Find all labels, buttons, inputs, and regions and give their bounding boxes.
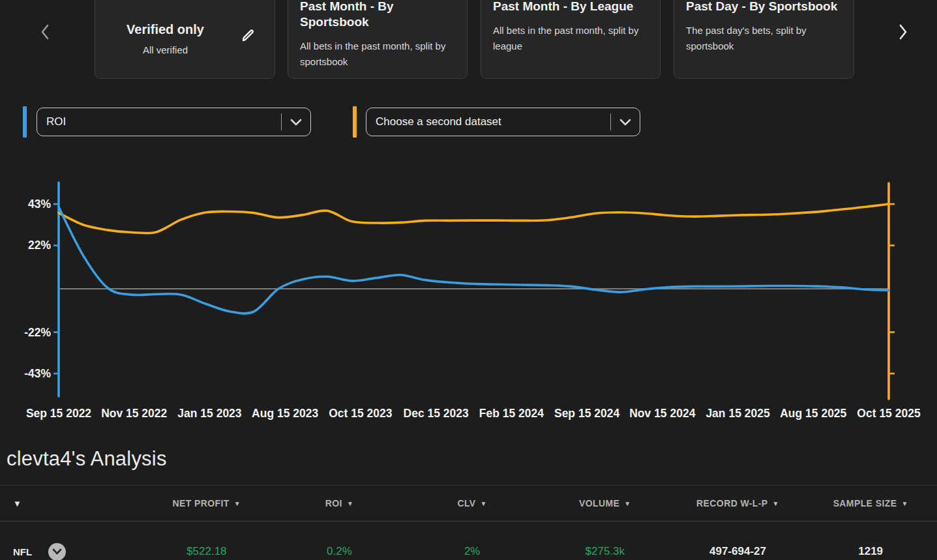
svg-text:Oct 15 2023: Oct 15 2023: [329, 407, 393, 420]
chevron-down-icon: [611, 119, 640, 126]
sample-size-value: 1219: [804, 545, 937, 558]
column-header-roi[interactable]: ROI▼: [273, 498, 406, 508]
svg-text:22%: 22%: [28, 239, 51, 252]
chevron-right-icon: [898, 23, 908, 42]
primary-dataset-value: ROI: [37, 115, 281, 128]
edit-preset-button[interactable]: [235, 23, 260, 50]
svg-text:Oct 15 2025: Oct 15 2025: [857, 407, 921, 420]
sort-icon: ▼: [347, 500, 353, 507]
carousel-next-button[interactable]: [892, 22, 914, 44]
svg-text:Jan 15 2023: Jan 15 2023: [177, 407, 242, 420]
column-header-volume[interactable]: VOLUME▼: [539, 498, 672, 508]
preset-title: Verified only: [95, 22, 235, 37]
svg-text:Feb 15 2024: Feb 15 2024: [479, 407, 544, 420]
carousel-prev-button[interactable]: [34, 22, 56, 44]
filter-triangle-icon: ▼: [13, 499, 22, 508]
preset-title: Past Month - By League: [493, 0, 648, 14]
expand-row-button[interactable]: [48, 543, 66, 560]
record-value: 497-694-27: [672, 545, 805, 558]
preset-card-past-month-league[interactable]: Past Month - By League All bets in the p…: [481, 0, 661, 79]
svg-text:Sep 15 2022: Sep 15 2022: [26, 407, 91, 420]
preset-description: All bets in the past month, split by spo…: [300, 38, 455, 70]
analysis-title: clevta4's Analysis: [7, 447, 167, 471]
secondary-dataset-select[interactable]: Choose a second dataset: [366, 108, 640, 136]
chevron-left-icon: [40, 23, 50, 42]
chevron-down-circle-icon: [52, 547, 62, 557]
svg-text:Jan 15 2025: Jan 15 2025: [706, 407, 770, 420]
primary-dataset-accent-bar: [23, 106, 27, 138]
svg-text:Dec 15 2023: Dec 15 2023: [404, 407, 469, 420]
column-header-net-profit[interactable]: NET PROFIT▼: [140, 498, 273, 508]
svg-text:-22%: -22%: [24, 326, 51, 339]
sort-icon: ▼: [773, 500, 779, 507]
svg-text:-43%: -43%: [24, 367, 51, 380]
analysis-table-header: ▼ NET PROFIT▼ ROI▼ CLV▼ VOLUME▼ RECORD W…: [0, 485, 937, 522]
preset-card-verified-only[interactable]: Verified only All verified: [95, 0, 275, 79]
roi-line-chart: 43%22%-22%-43%Sep 15 2022Nov 15 2022Jan …: [0, 176, 937, 430]
betting-analytics-dashboard: Verified only All verified Past Month - …: [0, 0, 937, 560]
sort-icon: ▼: [481, 500, 487, 507]
preset-subtitle: All verified: [95, 44, 235, 55]
primary-dataset-select[interactable]: ROI: [37, 108, 311, 136]
svg-text:Nov 15 2024: Nov 15 2024: [629, 407, 695, 420]
column-header-record[interactable]: RECORD W-L-P▼: [672, 498, 805, 508]
svg-text:43%: 43%: [28, 198, 51, 211]
column-header-sample-size[interactable]: SAMPLE SIZE▼: [804, 498, 937, 508]
roi-value: 0.2%: [273, 545, 406, 558]
secondary-dataset-accent-bar: [353, 106, 357, 138]
league-filter-button[interactable]: ▼: [0, 499, 140, 508]
preset-title: Past Month - By Sportsbook: [300, 0, 455, 30]
svg-text:Sep 15 2024: Sep 15 2024: [554, 407, 619, 420]
sort-icon: ▼: [901, 500, 908, 507]
svg-text:Aug 15 2025: Aug 15 2025: [780, 407, 846, 420]
pencil-icon: [239, 36, 256, 46]
svg-text:Aug 15 2023: Aug 15 2023: [252, 407, 318, 420]
chevron-down-icon: [282, 119, 310, 126]
preset-card-past-month-sportsbook[interactable]: Past Month - By Sportsbook All bets in t…: [288, 0, 468, 79]
clv-value: 2%: [406, 545, 539, 558]
analysis-table: ▼ NET PROFIT▼ ROI▼ CLV▼ VOLUME▼ RECORD W…: [0, 485, 937, 560]
net-profit-value: $522.18: [140, 545, 273, 558]
preset-title: Past Day - By Sportsbook: [686, 0, 842, 14]
sort-icon: ▼: [234, 500, 241, 507]
preset-description: The past day's bets, split by sportsbook: [686, 23, 842, 54]
preset-description: All bets in the past month, split by lea…: [493, 23, 648, 54]
preset-card-past-day-sportsbook[interactable]: Past Day - By Sportsbook The past day's …: [674, 0, 854, 79]
svg-text:Nov 15 2022: Nov 15 2022: [101, 407, 167, 420]
volume-value: $275.3k: [539, 545, 672, 558]
table-row-nfl[interactable]: NFL $522.18 0.2% 2% $275.3k 497-694-27 1…: [0, 522, 937, 560]
column-header-clv[interactable]: CLV▼: [406, 498, 539, 508]
secondary-dataset-value: Choose a second dataset: [366, 115, 610, 128]
sort-icon: ▼: [624, 500, 631, 507]
league-label: NFL: [13, 546, 32, 557]
